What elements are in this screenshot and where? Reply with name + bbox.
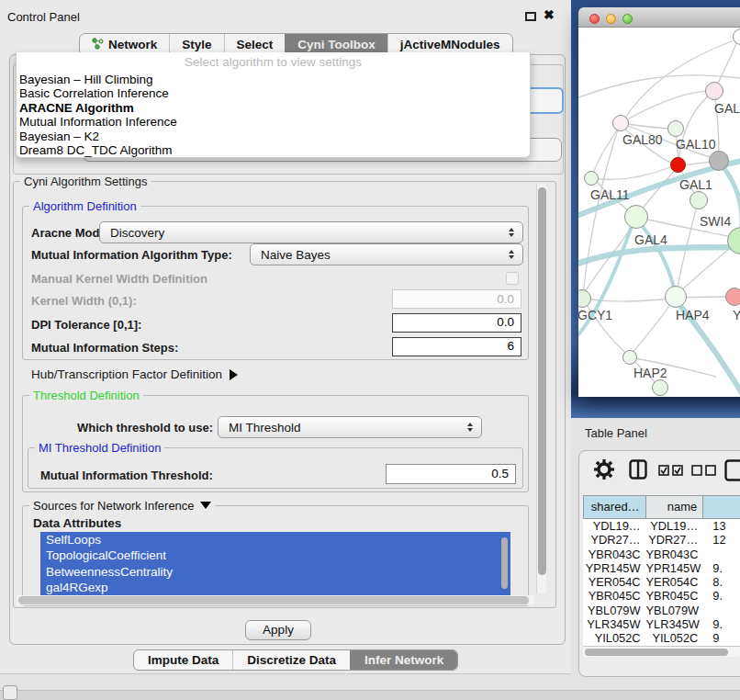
which-threshold-label: Which threshold to use: — [77, 421, 213, 435]
settings-vertical-scrollbar[interactable] — [536, 184, 546, 593]
tab-discretize-data[interactable]: Discretize Data — [232, 650, 350, 670]
hub-definition-label: Hub/Transcription Factor Definition — [31, 367, 222, 381]
table-row[interactable]: YDR27…YDR27…12 — [583, 533, 740, 547]
algorithm-option[interactable]: Dream8 DC_TDC Algorithm — [17, 143, 530, 157]
table-row[interactable]: YBR045CYBR045C9. — [583, 589, 740, 603]
network-window[interactable]: GAL GAL80 GAL10 GAL1 GAL11 GAL4 SWI4 GCY… — [578, 7, 740, 397]
table-body: YDL19…YDL19…13 YDR27…YDR27…12 YBR043CYBR… — [583, 519, 740, 646]
table-row[interactable]: YBL079WYBL079W — [583, 604, 740, 617]
node-label: HAP4 — [676, 308, 710, 322]
network-node-gal4[interactable] — [624, 205, 648, 229]
mi-threshold-field[interactable]: 0.5 — [386, 464, 516, 484]
network-node-gal10[interactable] — [667, 120, 684, 137]
tab-infer-network[interactable]: Infer Network — [350, 650, 457, 670]
table-header-row: shared… name — [583, 495, 740, 519]
network-node-gal80[interactable] — [612, 115, 629, 131]
threshold-definition-title: Threshold Definition — [29, 389, 143, 402]
node-label: GAL — [714, 101, 740, 116]
attribute-item[interactable]: BetweennessCentrality — [40, 564, 510, 580]
mi-threshold-group-title: MI Threshold Definition — [35, 441, 164, 455]
collapse-down-icon — [200, 502, 211, 509]
close-icon[interactable]: ✖ — [544, 7, 555, 22]
node-label: SWI4 — [700, 214, 731, 229]
attribute-item[interactable]: gal4RGexp — [40, 580, 510, 595]
mi-steps-field[interactable]: 6 — [392, 337, 521, 356]
network-node[interactable] — [652, 379, 668, 396]
manual-kernel-checkbox[interactable] — [506, 272, 519, 285]
bottom-left-partial-box — [3, 685, 17, 700]
node-label: GAL1 — [679, 177, 712, 192]
dpi-tolerance-label: DPI Tolerance [0,1]: — [31, 318, 141, 332]
network-window-titlebar[interactable] — [578, 7, 740, 28]
algorithm-option[interactable]: Basic Correlation Inference — [17, 86, 530, 100]
table-row[interactable]: YER054CYER054C8. — [583, 575, 740, 589]
network-node[interactable] — [690, 191, 708, 209]
network-canvas[interactable]: GAL GAL80 GAL10 GAL1 GAL11 GAL4 SWI4 GCY… — [578, 28, 740, 397]
partial-toolbar-icon[interactable] — [724, 459, 740, 485]
node-label: Y — [733, 308, 740, 322]
column-header-shared-name[interactable]: shared… — [583, 496, 646, 518]
which-threshold-select[interactable]: MI Threshold — [218, 416, 482, 438]
table-panel-bar: Table Panel — [571, 418, 740, 448]
desktop-background: GAL GAL80 GAL10 GAL1 GAL11 GAL4 SWI4 GCY… — [571, 0, 740, 418]
kernel-width-field[interactable]: 0.0 — [392, 289, 521, 309]
data-attributes-list: SelfLoops TopologicalCoefficient Between… — [40, 532, 510, 595]
attribute-list-scrollbar[interactable] — [501, 537, 508, 589]
table-row[interactable]: YIL052CYIL052C9 — [583, 631, 740, 645]
sources-group-title[interactable]: Sources for Network Inference — [29, 499, 215, 513]
manual-kernel-label: Manual Kernel Width Definition — [31, 272, 207, 286]
network-node-gray[interactable] — [709, 151, 729, 171]
column-header-name[interactable]: name — [646, 496, 704, 518]
minimize-window-icon[interactable] — [606, 14, 616, 24]
algorithm-option[interactable]: Bayesian – K2 — [17, 130, 530, 143]
apply-button[interactable]: Apply — [245, 620, 311, 640]
node-label: GAL11 — [590, 187, 630, 202]
control-panel-title: Control Panel — [7, 10, 80, 24]
table-row[interactable]: YBR043CYBR043C — [583, 548, 740, 561]
column-header-partial[interactable] — [703, 496, 740, 518]
settings-horizontal-scrollbar[interactable] — [17, 595, 534, 605]
table-row[interactable]: YPR145WYPR145W9. — [583, 561, 740, 575]
network-node-gal1[interactable] — [670, 157, 686, 173]
deselect-all-checks-icon[interactable] — [691, 464, 717, 480]
network-node-hap4[interactable] — [665, 286, 687, 308]
network-node-y[interactable] — [725, 288, 740, 306]
tab-network-label: Network — [108, 38, 157, 51]
mi-threshold-label: Mutual Information Threshold: — [40, 469, 213, 482]
node-label: GCY1 — [578, 308, 612, 322]
zoom-window-icon[interactable] — [622, 14, 633, 24]
algorithm-option[interactable]: Mutual Information Inference — [17, 115, 530, 129]
split-columns-icon[interactable] — [629, 459, 647, 483]
node-label: GAL80 — [622, 132, 663, 147]
table-row[interactable]: YDL19…YDL19…13 — [583, 519, 740, 533]
algorithm-option[interactable]: Bayesian – Hill Climbing — [17, 73, 530, 86]
mi-type-select[interactable]: Naive Bayes — [250, 243, 523, 265]
expand-right-icon — [230, 369, 238, 380]
node-label: HAP2 — [633, 366, 667, 380]
close-window-icon[interactable] — [589, 14, 600, 24]
algorithm-dropdown-popup: Select algorithm to view settings Bayesi… — [16, 52, 531, 158]
attribute-item[interactable]: TopologicalCoefficient — [40, 548, 510, 563]
float-panel-icon[interactable] — [525, 12, 536, 21]
settings-gear-icon[interactable] — [594, 459, 614, 483]
dpi-tolerance-field[interactable]: 0.0 — [392, 313, 521, 333]
network-node-gal[interactable] — [705, 82, 723, 100]
hub-definition-expander[interactable]: Hub/Transcription Factor Definition — [31, 367, 238, 381]
node-label: GAL10 — [676, 137, 716, 152]
algorithm-option-aracne[interactable]: ARACNE Algorithm — [17, 101, 530, 115]
control-panel: Control Panel ✖ Network Style Select Cyn… — [0, 0, 571, 674]
node-label: GAL4 — [634, 232, 667, 247]
kernel-width-label: Kernel Width (0,1): — [31, 294, 137, 308]
node-table: shared… name YDL19…YDL19…13 YDR27…YDR27…… — [583, 495, 740, 646]
network-node-hap2[interactable] — [622, 350, 637, 365]
table-horizontal-scrollbar[interactable] — [583, 646, 740, 657]
bottom-strip — [0, 690, 740, 700]
tab-impute-data[interactable]: Impute Data — [134, 650, 232, 670]
attribute-item[interactable]: SelfLoops — [40, 532, 510, 548]
aracne-mode-select[interactable]: Discovery — [99, 221, 523, 243]
spinner-arrows-icon — [509, 250, 514, 259]
select-all-checks-icon[interactable] — [658, 464, 684, 480]
network-node-gal11[interactable] — [584, 171, 599, 186]
table-row[interactable]: YLR345WYLR345W9. — [583, 617, 740, 631]
spinner-arrows-icon — [467, 423, 473, 432]
